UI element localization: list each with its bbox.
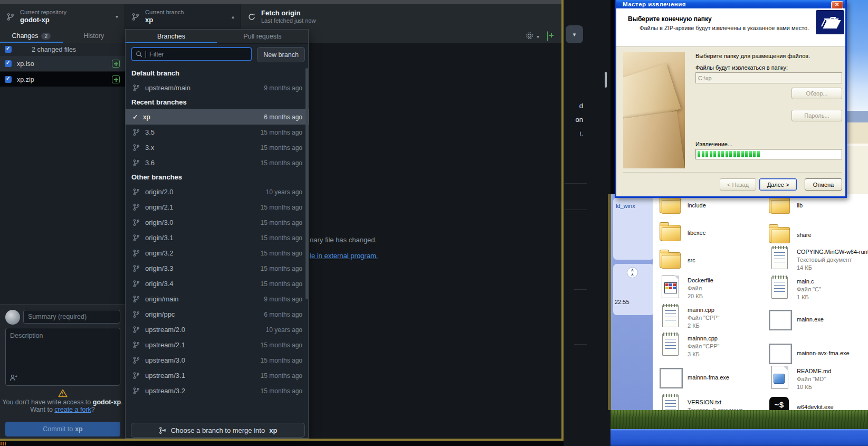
changed-file-row[interactable]: xp.zip <box>0 72 125 88</box>
file-tile[interactable]: VERSION.txtТекстовый документ <box>659 394 742 410</box>
branch-row[interactable]: 3.615 months ago <box>126 155 309 170</box>
changed-file-row[interactable]: xp.iso <box>0 56 125 72</box>
create-fork-link[interactable]: create a fork <box>54 406 91 413</box>
file-tile[interactable]: COPYING.MinGW-w64-runtimeТекстовый докум… <box>768 246 868 272</box>
file-checkbox[interactable] <box>5 60 12 67</box>
branch-name: origin/3.2 <box>145 249 173 257</box>
background-window-body <box>847 122 868 144</box>
commit-button[interactable]: Commit toxp <box>5 422 120 436</box>
collapse-chevron-icon[interactable]: ∧∧ <box>627 267 638 278</box>
file-name: xp.zip <box>17 76 34 83</box>
resize-grip[interactable] <box>1 442 6 445</box>
file-tile[interactable]: mainnn-fma.exe <box>659 365 729 390</box>
next-button[interactable]: Далее > <box>759 178 797 191</box>
xp-taskbar[interactable] <box>611 429 868 446</box>
branch-row[interactable]: upstream/3.015 months ago <box>126 353 309 368</box>
summary-input[interactable]: Summary (required) <box>23 310 120 324</box>
close-button[interactable]: ✕ <box>831 1 843 9</box>
popover-scrollbar[interactable] <box>306 68 308 299</box>
github-window-titlebar[interactable] <box>0 0 561 4</box>
changed-files-header[interactable]: 2 changed files <box>0 43 125 56</box>
file-tile[interactable]: ~$w64devkit.exe <box>768 395 834 410</box>
file-tile[interactable]: mainnn-avx-fma.exe <box>768 341 850 365</box>
tab-history[interactable]: History <box>63 29 126 43</box>
file-tile[interactable]: DockerfileФайл20 КБ <box>659 274 713 300</box>
branch-row[interactable]: origin/3.415 months ago <box>126 276 309 291</box>
browse-button[interactable]: Обзор... <box>791 88 842 99</box>
background-window: ▾ d on i. <box>564 0 611 446</box>
current-branch-button[interactable]: Current branch xp ▴ <box>125 4 241 29</box>
tab-pull-requests[interactable]: Pull requests <box>217 30 308 43</box>
branch-time: 9 months ago <box>264 296 302 303</box>
file-tile[interactable]: README.mdФайл "MD"10 КБ <box>768 365 831 391</box>
branch-row[interactable]: upstream/main9 months ago <box>126 80 309 96</box>
new-branch-button[interactable]: New branch <box>257 47 305 62</box>
gear-chevron-icon[interactable]: ▾ <box>537 34 539 40</box>
file-type: Файл "C" <box>797 286 821 293</box>
branch-row[interactable]: origin/3.215 months ago <box>126 245 309 261</box>
repo-icon <box>6 13 15 21</box>
branch-row[interactable]: ✓xp6 months ago <box>126 109 309 125</box>
branch-row[interactable]: origin/2.115 months ago <box>126 200 309 215</box>
file-tile[interactable]: src <box>659 248 695 272</box>
file-tile[interactable]: main.cФайл "C"1 КБ <box>768 276 821 301</box>
tab-branches[interactable]: Branches <box>126 30 217 43</box>
open-external-link[interactable]: le in external program. <box>310 252 378 260</box>
file-name: src <box>688 257 695 264</box>
branch-row[interactable]: upstream/2.010 years ago <box>126 322 309 337</box>
cancel-button[interactable]: Отмена <box>805 178 842 191</box>
file-type: Файл <box>688 284 713 292</box>
file-name: COPYING.MinGW-w64-runtime <box>797 248 868 256</box>
file-type: Файл "CPP" <box>688 314 720 322</box>
branch-row[interactable]: origin/3.315 months ago <box>126 261 309 276</box>
destination-path-input[interactable]: C:\xp <box>695 72 842 83</box>
branch-row[interactable]: 3.515 months ago <box>126 125 309 140</box>
avatar <box>5 310 20 325</box>
file-checkbox[interactable] <box>5 76 12 83</box>
branch-row[interactable]: upstream/2.115 months ago <box>126 337 309 353</box>
branch-row[interactable]: origin/main9 months ago <box>126 291 309 307</box>
tab-changes[interactable]: Changes 2 <box>0 29 63 43</box>
chevron-down-icon: ▾ <box>116 14 118 20</box>
file-tile[interactable]: mainn.cppФайл "CPP"2 КБ <box>659 304 720 330</box>
branch-row[interactable]: upstream/3.115 months ago <box>126 368 309 383</box>
sidebar-tabs: Changes 2 History <box>0 29 125 43</box>
wizard-titlebar[interactable]: Мастер извлечения ✕ <box>616 0 845 8</box>
filter-input[interactable]: Filter <box>131 47 252 61</box>
extraction-progress-bar <box>695 149 842 159</box>
destination-label: Файлы будут извлекаться в папку: <box>695 64 788 71</box>
file-type: Текстовый документ <box>688 406 742 410</box>
gear-icon[interactable] <box>525 31 534 40</box>
merge-branch-button[interactable]: Choose a branch to merge intoxp <box>131 423 305 438</box>
background-dropdown-button[interactable]: ▾ <box>566 25 583 43</box>
branch-row[interactable]: origin/ppc6 months ago <box>126 307 309 322</box>
file-name: w64devkit.exe <box>797 403 834 410</box>
toolbar-filler <box>357 4 561 29</box>
file-tile[interactable]: share <box>768 223 812 247</box>
password-button[interactable]: Пароль... <box>791 110 842 121</box>
branch-time: 15 months ago <box>261 357 302 364</box>
branch-name: xp <box>145 16 226 24</box>
branch-time: 15 months ago <box>261 204 302 211</box>
application-icon <box>769 344 792 364</box>
search-icon <box>136 51 142 58</box>
branch-row[interactable]: 3.x15 months ago <box>126 140 309 155</box>
branch-row[interactable]: origin/3.015 months ago <box>126 215 309 230</box>
description-textarea[interactable]: Description <box>5 328 120 386</box>
branch-row[interactable]: origin/3.115 months ago <box>126 230 309 245</box>
branch-name: origin/3.0 <box>145 219 173 226</box>
branch-row[interactable]: upstream/3.215 months ago <box>126 383 309 398</box>
select-all-checkbox[interactable] <box>5 46 12 53</box>
fetch-origin-button[interactable]: Fetch origin Last fetched just now <box>241 4 357 29</box>
file-size: 3 КБ <box>688 350 720 358</box>
file-tile[interactable]: mainnn.cppФайл "CPP"3 КБ <box>659 333 720 358</box>
file-tile[interactable]: libexec <box>659 221 705 245</box>
add-coauthor-icon[interactable] <box>9 374 18 382</box>
branch-row[interactable]: origin/2.010 years ago <box>126 184 309 200</box>
file-size: 20 КБ <box>688 292 713 300</box>
file-tile[interactable]: mainn.exe <box>768 307 824 331</box>
scrollbar-thumb[interactable] <box>605 72 607 88</box>
back-button[interactable]: < Назад <box>720 178 756 191</box>
text-document-icon <box>771 277 788 299</box>
current-repository-button[interactable]: Current repository godot-xp ▾ <box>0 4 125 29</box>
